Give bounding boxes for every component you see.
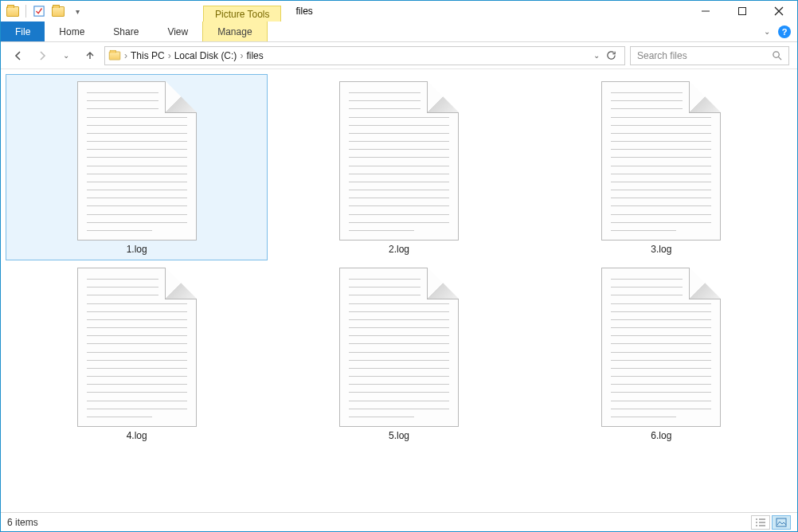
file-name: 6.log bbox=[651, 430, 671, 441]
picture-tools-header: Picture Tools bbox=[203, 6, 281, 22]
address-bar-row: ⌄ › This PC › Local Disk (C:) › files ⌄ … bbox=[1, 42, 797, 69]
close-button[interactable] bbox=[761, 1, 797, 22]
ribbon-tabs: File Home Share View Manage ⌄ ? bbox=[1, 22, 797, 42]
chevron-right-icon[interactable]: › bbox=[124, 50, 127, 61]
forward-button[interactable] bbox=[33, 46, 52, 65]
file-tab[interactable]: File bbox=[1, 22, 45, 41]
new-folder-icon[interactable] bbox=[49, 2, 67, 20]
window-controls bbox=[687, 1, 797, 22]
svg-point-5 bbox=[773, 52, 779, 57]
file-name: 5.log bbox=[389, 430, 409, 441]
tab-view[interactable]: View bbox=[153, 22, 202, 41]
address-dropdown-icon[interactable]: ⌄ bbox=[593, 51, 600, 60]
status-bar: 6 items bbox=[1, 512, 797, 531]
properties-icon[interactable] bbox=[30, 2, 48, 20]
svg-line-6 bbox=[778, 57, 781, 60]
recent-locations-icon[interactable]: ⌄ bbox=[57, 46, 76, 65]
document-icon bbox=[77, 268, 197, 427]
tab-home[interactable]: Home bbox=[45, 22, 99, 41]
thumbnails-view-button[interactable] bbox=[772, 515, 791, 530]
file-name: 3.log bbox=[651, 244, 671, 255]
file-grid[interactable]: 1.log2.log3.log4.log5.log6.log bbox=[1, 69, 797, 512]
maximize-button[interactable] bbox=[724, 1, 761, 22]
back-button[interactable] bbox=[9, 46, 28, 65]
qat-dropdown-icon[interactable]: ▾ bbox=[68, 2, 86, 20]
quick-access-toolbar: ▾ bbox=[1, 1, 88, 22]
help-icon[interactable]: ? bbox=[778, 25, 791, 38]
document-icon bbox=[601, 268, 721, 427]
expand-ribbon-icon[interactable]: ⌄ bbox=[764, 27, 770, 36]
search-input[interactable]: Search files bbox=[630, 46, 789, 65]
file-name: 1.log bbox=[127, 244, 147, 255]
file-item[interactable]: 2.log bbox=[268, 74, 530, 260]
file-item[interactable]: 4.log bbox=[6, 260, 268, 447]
breadcrumb-item-folder[interactable]: files bbox=[246, 50, 263, 61]
document-icon bbox=[601, 81, 721, 241]
chevron-right-icon[interactable]: › bbox=[240, 50, 243, 61]
file-item[interactable]: 5.log bbox=[268, 260, 530, 447]
tab-manage[interactable]: Manage bbox=[202, 22, 267, 41]
folder-icon bbox=[109, 51, 120, 60]
document-icon bbox=[339, 81, 459, 241]
titlebar: ▾ Picture Tools files bbox=[1, 1, 797, 22]
ribbon-right-controls: ⌄ ? bbox=[764, 22, 797, 41]
search-icon bbox=[772, 50, 782, 61]
svg-rect-0 bbox=[34, 6, 44, 16]
file-item[interactable]: 6.log bbox=[530, 260, 792, 447]
breadcrumb-item-drive[interactable]: Local Disk (C:) bbox=[174, 50, 237, 61]
file-name: 4.log bbox=[127, 430, 147, 441]
up-button[interactable] bbox=[80, 46, 100, 65]
tab-share[interactable]: Share bbox=[99, 22, 153, 41]
breadcrumb[interactable]: › This PC › Local Disk (C:) › files ⌄ bbox=[104, 46, 625, 65]
svg-rect-13 bbox=[776, 518, 786, 526]
breadcrumb-item-pc[interactable]: This PC bbox=[131, 50, 165, 61]
search-placeholder: Search files bbox=[637, 50, 687, 61]
separator bbox=[25, 5, 26, 18]
file-item[interactable]: 3.log bbox=[530, 74, 792, 260]
item-count: 6 items bbox=[7, 517, 38, 528]
contextual-tab-header: Picture Tools bbox=[203, 1, 281, 22]
file-item[interactable]: 1.log bbox=[6, 74, 268, 260]
minimize-button[interactable] bbox=[687, 1, 724, 22]
chevron-right-icon[interactable]: › bbox=[168, 50, 171, 61]
refresh-icon[interactable] bbox=[606, 50, 616, 61]
file-name: 2.log bbox=[389, 244, 409, 255]
document-icon bbox=[77, 81, 197, 241]
document-icon bbox=[339, 268, 459, 427]
svg-rect-2 bbox=[739, 8, 746, 15]
explorer-window: ▾ Picture Tools files File Home Share Vi… bbox=[0, 0, 798, 532]
app-icon[interactable] bbox=[4, 2, 22, 20]
details-view-button[interactable] bbox=[751, 515, 770, 530]
window-title: files bbox=[295, 1, 312, 22]
